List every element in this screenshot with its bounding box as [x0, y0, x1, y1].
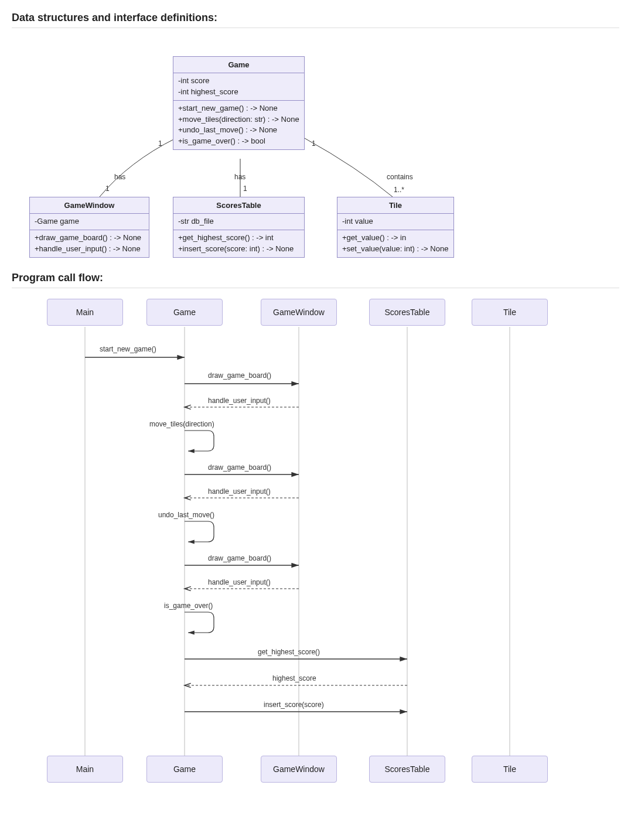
- msg-handle-input-1: handle_user_input(): [208, 397, 271, 405]
- mult-1a: 1: [158, 139, 162, 148]
- class-title: GameWindow: [30, 197, 149, 214]
- class-title: Game: [173, 57, 304, 73]
- msg-undo-last-move: undo_last_move(): [158, 511, 214, 519]
- attrs: -int value: [337, 214, 453, 230]
- mult-1d: 1: [312, 139, 316, 148]
- rel-label-contains: contains: [387, 173, 413, 181]
- msg-get-highest-score: get_highest_score(): [258, 648, 320, 656]
- msg-draw-game-board-1: draw_game_board(): [208, 371, 271, 380]
- msg-draw-game-board-3: draw_game_board(): [208, 554, 271, 562]
- class-title: Tile: [337, 197, 453, 214]
- attr: -int score: [178, 76, 299, 87]
- msg-move-tiles: move_tiles(direction): [149, 420, 214, 428]
- attrs: -int score -int highest_score: [173, 73, 304, 101]
- ops: +get_value() : -> in +set_value(value: i…: [337, 230, 453, 257]
- ops: +start_new_game() : -> None +move_tiles(…: [173, 101, 304, 149]
- rel-label-has-1: has: [114, 173, 125, 181]
- op: +undo_last_move() : -> None: [178, 125, 299, 136]
- op: +handle_user_input() : -> None: [35, 244, 144, 255]
- op: +set_value(value: int) : -> None: [342, 244, 449, 255]
- section-heading-1: Data structures and interface definition…: [12, 12, 619, 24]
- attr: -int highest_score: [178, 87, 299, 98]
- msg-insert-score: insert_score(score): [264, 701, 324, 709]
- attrs: -str db_file: [173, 214, 304, 230]
- ops: +draw_game_board() : -> None +handle_use…: [30, 230, 149, 257]
- class-scorestable: ScoresTable -str db_file +get_highest_sc…: [173, 197, 305, 258]
- op: +move_tiles(direction: str) : -> None: [178, 114, 299, 125]
- mult-contains: 1..*: [394, 186, 404, 194]
- attrs: -Game game: [30, 214, 149, 230]
- mult-1b: 1: [105, 185, 110, 193]
- class-gamewindow: GameWindow -Game game +draw_game_board()…: [29, 197, 149, 258]
- op: +get_highest_score() : -> int: [178, 233, 299, 244]
- class-title: ScoresTable: [173, 197, 304, 214]
- msg-highest-score: highest_score: [272, 674, 316, 682]
- attr: -str db_file: [178, 216, 299, 227]
- msg-handle-input-3: handle_user_input(): [208, 578, 271, 586]
- section-heading-2: Program call flow:: [12, 272, 619, 284]
- attr: -int value: [342, 216, 449, 227]
- ops: +get_highest_score() : -> int +insert_sc…: [173, 230, 304, 257]
- op: +insert_score(score: int) : -> None: [178, 244, 299, 255]
- msg-handle-input-2: handle_user_input(): [208, 487, 271, 496]
- class-tile: Tile -int value +get_value() : -> in +se…: [337, 197, 454, 258]
- msg-start-new-game: start_new_game(): [100, 345, 156, 353]
- op: +get_value() : -> in: [342, 233, 449, 244]
- divider: [12, 288, 619, 288]
- mult-1c: 1: [243, 185, 247, 193]
- rel-label-has-2: has: [234, 173, 245, 181]
- msg-is-game-over: is_game_over(): [164, 602, 213, 610]
- attr: -Game game: [35, 216, 144, 227]
- class-diagram: has 1 1 has 1 contains 1 1..* Game -int …: [12, 39, 619, 255]
- op: +draw_game_board() : -> None: [35, 233, 144, 244]
- divider: [12, 28, 619, 28]
- class-game: Game -int score -int highest_score +star…: [173, 56, 305, 150]
- op: +is_game_over() : -> bool: [178, 136, 299, 147]
- sequence-diagram: Main Game GameWindow ScoresTable Tile Ma…: [12, 299, 619, 791]
- msg-draw-game-board-2: draw_game_board(): [208, 463, 271, 472]
- op: +start_new_game() : -> None: [178, 103, 299, 114]
